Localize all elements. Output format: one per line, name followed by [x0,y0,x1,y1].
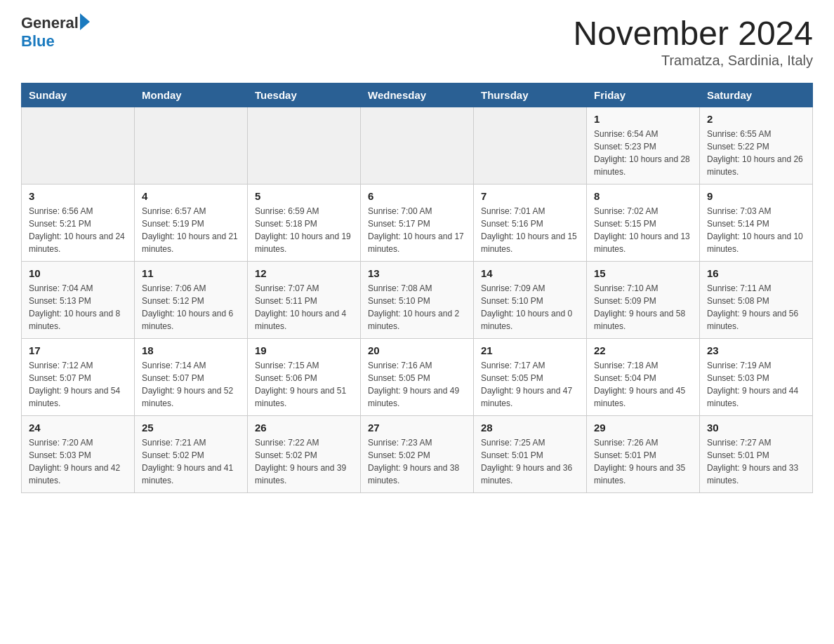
calendar-cell: 11Sunrise: 7:06 AMSunset: 5:12 PMDayligh… [135,262,248,339]
header-sunday: Sunday [22,83,135,107]
day-number: 19 [255,344,353,356]
logo-general: General [21,14,79,32]
day-number: 23 [707,344,805,356]
header-monday: Monday [135,83,248,107]
day-number: 17 [29,344,127,356]
day-info: Sunrise: 7:21 AMSunset: 5:02 PMDaylight:… [142,436,240,487]
month-year-title: November 2024 [573,14,813,53]
calendar-cell: 22Sunrise: 7:18 AMSunset: 5:04 PMDayligh… [587,339,700,416]
calendar-cell [474,107,587,185]
calendar-cell: 2Sunrise: 6:55 AMSunset: 5:22 PMDaylight… [700,107,813,185]
calendar-cell: 16Sunrise: 7:11 AMSunset: 5:08 PMDayligh… [700,262,813,339]
calendar-cell [248,107,361,185]
day-info: Sunrise: 6:57 AMSunset: 5:19 PMDaylight:… [142,205,240,255]
header-tuesday: Tuesday [248,83,361,107]
calendar-cell: 8Sunrise: 7:02 AMSunset: 5:15 PMDaylight… [587,185,700,262]
day-info: Sunrise: 6:59 AMSunset: 5:18 PMDaylight:… [255,205,353,255]
calendar-cell: 24Sunrise: 7:20 AMSunset: 5:03 PMDayligh… [22,416,135,493]
calendar-cell: 30Sunrise: 7:27 AMSunset: 5:01 PMDayligh… [700,416,813,493]
day-info: Sunrise: 7:01 AMSunset: 5:16 PMDaylight:… [481,205,579,255]
day-number: 26 [255,422,353,434]
day-number: 30 [707,422,805,434]
day-info: Sunrise: 7:18 AMSunset: 5:04 PMDaylight:… [594,359,692,410]
week-row-3: 10Sunrise: 7:04 AMSunset: 5:13 PMDayligh… [22,262,813,339]
week-row-4: 17Sunrise: 7:12 AMSunset: 5:07 PMDayligh… [22,339,813,416]
day-info: Sunrise: 7:06 AMSunset: 5:12 PMDaylight:… [142,282,240,333]
day-number: 29 [594,422,692,434]
calendar-cell: 7Sunrise: 7:01 AMSunset: 5:16 PMDaylight… [474,185,587,262]
day-info: Sunrise: 7:27 AMSunset: 5:01 PMDaylight:… [707,436,805,487]
calendar-cell: 23Sunrise: 7:19 AMSunset: 5:03 PMDayligh… [700,339,813,416]
day-info: Sunrise: 7:00 AMSunset: 5:17 PMDaylight:… [368,205,466,255]
calendar-cell: 15Sunrise: 7:10 AMSunset: 5:09 PMDayligh… [587,262,700,339]
day-number: 12 [255,267,353,279]
calendar-cell: 1Sunrise: 6:54 AMSunset: 5:23 PMDaylight… [587,107,700,185]
logo: General Blue [21,14,90,51]
day-info: Sunrise: 7:07 AMSunset: 5:11 PMDaylight:… [255,282,353,333]
calendar-table: SundayMondayTuesdayWednesdayThursdayFrid… [21,83,813,493]
calendar-cell: 29Sunrise: 7:26 AMSunset: 5:01 PMDayligh… [587,416,700,493]
calendar-cell: 27Sunrise: 7:23 AMSunset: 5:02 PMDayligh… [361,416,474,493]
day-info: Sunrise: 6:54 AMSunset: 5:23 PMDaylight:… [594,128,692,178]
day-number: 20 [368,344,466,356]
calendar-cell: 25Sunrise: 7:21 AMSunset: 5:02 PMDayligh… [135,416,248,493]
day-info: Sunrise: 7:12 AMSunset: 5:07 PMDaylight:… [29,359,127,410]
day-number: 1 [594,113,692,125]
week-row-1: 1Sunrise: 6:54 AMSunset: 5:23 PMDaylight… [22,107,813,185]
day-number: 25 [142,422,240,434]
day-number: 21 [481,344,579,356]
week-row-2: 3Sunrise: 6:56 AMSunset: 5:21 PMDaylight… [22,185,813,262]
day-number: 14 [481,267,579,279]
day-info: Sunrise: 7:09 AMSunset: 5:10 PMDaylight:… [481,282,579,333]
day-number: 13 [368,267,466,279]
day-number: 2 [707,113,805,125]
day-number: 22 [594,344,692,356]
logo-arrow-icon [80,13,90,30]
day-info: Sunrise: 7:26 AMSunset: 5:01 PMDaylight:… [594,436,692,487]
calendar-cell: 14Sunrise: 7:09 AMSunset: 5:10 PMDayligh… [474,262,587,339]
day-info: Sunrise: 7:08 AMSunset: 5:10 PMDaylight:… [368,282,466,333]
day-number: 11 [142,267,240,279]
day-number: 15 [594,267,692,279]
title-block: November 2024 Tramatza, Sardinia, Italy [573,14,813,69]
day-info: Sunrise: 7:02 AMSunset: 5:15 PMDaylight:… [594,205,692,255]
calendar-cell: 9Sunrise: 7:03 AMSunset: 5:14 PMDaylight… [700,185,813,262]
day-info: Sunrise: 7:15 AMSunset: 5:06 PMDaylight:… [255,359,353,410]
day-number: 9 [707,190,805,202]
day-info: Sunrise: 7:03 AMSunset: 5:14 PMDaylight:… [707,205,805,255]
calendar-cell: 5Sunrise: 6:59 AMSunset: 5:18 PMDaylight… [248,185,361,262]
location-subtitle: Tramatza, Sardinia, Italy [573,53,813,69]
day-number: 5 [255,190,353,202]
day-number: 4 [142,190,240,202]
day-number: 24 [29,422,127,434]
day-number: 7 [481,190,579,202]
calendar-cell: 21Sunrise: 7:17 AMSunset: 5:05 PMDayligh… [474,339,587,416]
logo-blue: Blue [21,32,90,51]
day-number: 28 [481,422,579,434]
calendar-cell: 13Sunrise: 7:08 AMSunset: 5:10 PMDayligh… [361,262,474,339]
calendar-cell: 26Sunrise: 7:22 AMSunset: 5:02 PMDayligh… [248,416,361,493]
day-info: Sunrise: 6:56 AMSunset: 5:21 PMDaylight:… [29,205,127,255]
calendar-cell [361,107,474,185]
day-number: 18 [142,344,240,356]
day-info: Sunrise: 7:16 AMSunset: 5:05 PMDaylight:… [368,359,466,410]
calendar-cell: 12Sunrise: 7:07 AMSunset: 5:11 PMDayligh… [248,262,361,339]
day-number: 16 [707,267,805,279]
days-header-row: SundayMondayTuesdayWednesdayThursdayFrid… [22,83,813,107]
calendar-cell: 19Sunrise: 7:15 AMSunset: 5:06 PMDayligh… [248,339,361,416]
calendar-cell: 18Sunrise: 7:14 AMSunset: 5:07 PMDayligh… [135,339,248,416]
day-number: 10 [29,267,127,279]
calendar-cell: 28Sunrise: 7:25 AMSunset: 5:01 PMDayligh… [474,416,587,493]
day-info: Sunrise: 7:25 AMSunset: 5:01 PMDaylight:… [481,436,579,487]
calendar-cell: 20Sunrise: 7:16 AMSunset: 5:05 PMDayligh… [361,339,474,416]
header-saturday: Saturday [700,83,813,107]
day-info: Sunrise: 7:10 AMSunset: 5:09 PMDaylight:… [594,282,692,333]
header-wednesday: Wednesday [361,83,474,107]
week-row-5: 24Sunrise: 7:20 AMSunset: 5:03 PMDayligh… [22,416,813,493]
calendar-cell: 10Sunrise: 7:04 AMSunset: 5:13 PMDayligh… [22,262,135,339]
day-number: 8 [594,190,692,202]
calendar-cell: 17Sunrise: 7:12 AMSunset: 5:07 PMDayligh… [22,339,135,416]
calendar-cell: 3Sunrise: 6:56 AMSunset: 5:21 PMDaylight… [22,185,135,262]
calendar-cell: 4Sunrise: 6:57 AMSunset: 5:19 PMDaylight… [135,185,248,262]
day-info: Sunrise: 7:04 AMSunset: 5:13 PMDaylight:… [29,282,127,333]
